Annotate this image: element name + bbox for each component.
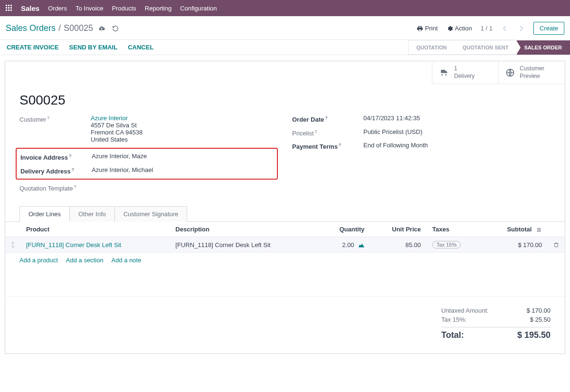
value-customer[interactable]: Azure Interior 4557 De Silva St Fremont …: [91, 115, 278, 143]
action-button[interactable]: Action: [446, 25, 472, 32]
cell-subtotal: $ 170.00: [483, 237, 548, 253]
tax-label: Tax 15%:: [441, 316, 466, 323]
breadcrumb-current: S00025: [64, 23, 93, 33]
col-quantity[interactable]: Quantity: [319, 222, 370, 237]
total-value: $ 195.50: [517, 330, 551, 340]
svg-rect-5: [10, 7, 12, 9]
stat-preview-line2: Preview: [520, 73, 544, 80]
nav-products[interactable]: Products: [112, 5, 136, 12]
top-nav: Sales Orders To Invoice Products Reporti…: [0, 0, 570, 16]
label-invoice-address: Invoice Address?: [20, 153, 92, 161]
status-quotation-sent[interactable]: QUOTATION SENT: [455, 40, 517, 55]
value-pricelist[interactable]: Public Pricelist (USD): [363, 128, 551, 135]
settings-icon[interactable]: [536, 227, 542, 233]
label-payment-terms: Payment Terms?: [292, 142, 363, 150]
col-description[interactable]: Description: [170, 222, 319, 237]
pager[interactable]: 1 / 1: [481, 25, 493, 32]
tab-customer-signature[interactable]: Customer Signature: [115, 206, 188, 222]
nav-configuration[interactable]: Configuration: [180, 5, 217, 12]
svg-rect-8: [10, 10, 12, 11]
value-order-date[interactable]: 04/17/2023 11:42:35: [363, 115, 551, 122]
cell-product[interactable]: [FURN_1118] Corner Desk Left Sit: [26, 241, 121, 249]
cancel-button[interactable]: CANCEL: [128, 44, 153, 51]
svg-rect-4: [8, 7, 10, 9]
print-label: Print: [425, 25, 438, 32]
action-label: Action: [455, 25, 472, 32]
apps-icon[interactable]: [6, 5, 12, 11]
cell-description[interactable]: [FURN_1118] Corner Desk Left Sit: [170, 237, 319, 253]
svg-rect-0: [6, 5, 7, 6]
status-sales-order[interactable]: SALES ORDER: [517, 40, 570, 55]
svg-point-10: [538, 228, 539, 229]
svg-point-11: [540, 229, 541, 230]
untaxed-value: $ 170.00: [526, 307, 551, 314]
stat-preview-line1: Customer: [520, 65, 544, 73]
col-taxes[interactable]: Taxes: [427, 222, 483, 237]
tab-order-lines[interactable]: Order Lines: [19, 206, 70, 222]
svg-rect-6: [6, 10, 7, 11]
svg-rect-2: [10, 5, 12, 6]
svg-point-12: [538, 231, 539, 232]
title-bar: Sales Orders / S00025 Print Action 1 / 1: [0, 16, 570, 40]
value-delivery-address[interactable]: Azure Interior, Michael: [92, 166, 277, 173]
nav-reporting[interactable]: Reporting: [145, 5, 171, 12]
label-delivery-address: Delivery Address?: [20, 166, 92, 175]
totals-box: Untaxed Amount: $ 170.00 Tax 15%: $ 25.5…: [441, 306, 551, 341]
status-quotation[interactable]: QUOTATION: [408, 40, 455, 55]
tab-other-info[interactable]: Other Info: [70, 206, 115, 222]
delete-line-icon[interactable]: [553, 241, 559, 248]
untaxed-label: Untaxed Amount:: [441, 307, 489, 314]
add-section-link[interactable]: Add a section: [66, 257, 104, 264]
table-row[interactable]: [FURN_1118] Corner Desk Left Sit [FURN_1…: [5, 237, 565, 253]
gear-icon: [446, 25, 453, 32]
label-order-date: Order Date?: [292, 115, 363, 123]
label-quotation-template: Quotation Template?: [19, 183, 91, 192]
order-lines-table: Product Description Quantity Unit Price …: [5, 222, 565, 253]
tabs: Order Lines Other Info Customer Signatur…: [5, 206, 565, 222]
svg-rect-3: [6, 7, 7, 9]
chart-icon[interactable]: [359, 243, 364, 248]
nav-orders[interactable]: Orders: [48, 5, 67, 12]
stat-customer-preview[interactable]: Customer Preview: [498, 61, 565, 84]
nav-to-invoice[interactable]: To Invoice: [76, 5, 104, 12]
status-bar: QUOTATION QUOTATION SENT SALES ORDER: [408, 40, 570, 55]
print-button[interactable]: Print: [417, 25, 438, 32]
add-product-link[interactable]: Add a product: [19, 257, 58, 264]
document-title: S00025: [5, 84, 565, 115]
cloud-upload-icon[interactable]: [98, 25, 105, 32]
value-payment-terms[interactable]: End of Following Month: [363, 142, 551, 149]
send-by-email-button[interactable]: SEND BY EMAIL: [69, 44, 118, 51]
cell-unit-price[interactable]: 85.00: [370, 237, 427, 253]
breadcrumb-root[interactable]: Sales Orders: [6, 23, 56, 33]
stat-delivery[interactable]: 1 Delivery: [432, 61, 498, 84]
discard-icon[interactable]: [112, 25, 119, 32]
truck-icon: [439, 68, 449, 77]
value-invoice-address[interactable]: Azure Interior, Maze: [92, 153, 277, 160]
col-product[interactable]: Product: [20, 222, 170, 237]
col-subtotal[interactable]: Subtotal: [483, 222, 548, 237]
stat-delivery-label: Delivery: [454, 73, 475, 80]
svg-rect-7: [8, 10, 10, 11]
drag-handle-icon[interactable]: [11, 241, 15, 248]
col-unit-price[interactable]: Unit Price: [370, 222, 427, 237]
label-customer: Customer?: [19, 115, 91, 123]
cell-taxes[interactable]: Tax 15%: [427, 237, 483, 253]
pager-prev[interactable]: [501, 26, 509, 31]
create-button[interactable]: Create: [533, 22, 564, 35]
pager-next[interactable]: [517, 26, 525, 31]
label-pricelist: Pricelist?: [292, 128, 363, 137]
address-highlight: Invoice Address? Azure Interior, Maze De…: [16, 148, 278, 180]
globe-icon: [505, 68, 515, 77]
create-invoice-button[interactable]: CREATE INVOICE: [7, 44, 59, 51]
form-sheet: 1 Delivery Customer Preview S00025 Custo…: [5, 61, 565, 354]
total-label: Total:: [441, 330, 464, 340]
cell-quantity[interactable]: 2.00: [319, 237, 370, 253]
printer-icon: [417, 25, 423, 32]
action-bar: CREATE INVOICE SEND BY EMAIL CANCEL QUOT…: [0, 40, 570, 55]
add-note-link[interactable]: Add a note: [112, 257, 142, 264]
stat-delivery-count: 1: [454, 65, 475, 73]
svg-rect-1: [8, 5, 10, 6]
breadcrumb-sep: /: [58, 23, 61, 33]
tax-value: $ 25.50: [530, 316, 551, 323]
app-brand[interactable]: Sales: [21, 4, 39, 12]
